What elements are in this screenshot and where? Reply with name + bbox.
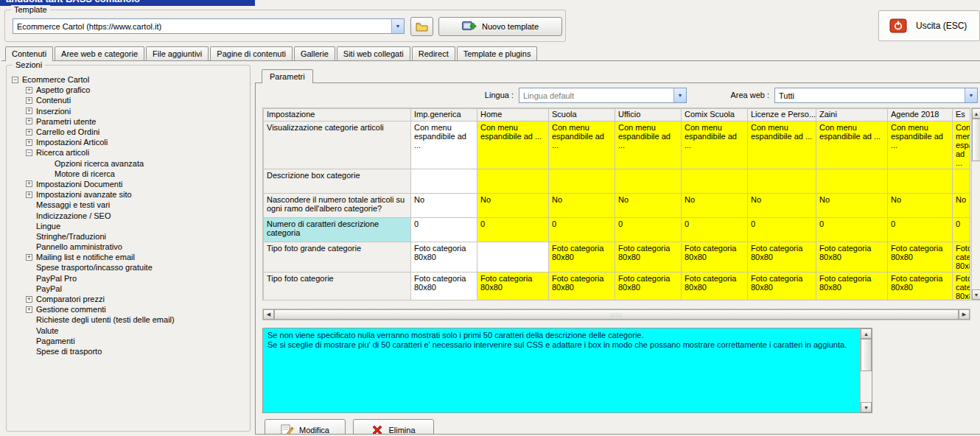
- tree-item[interactable]: Spese trasporto/incasso gratuite: [10, 262, 247, 272]
- param-value-cell[interactable]: No: [888, 194, 953, 218]
- tree-item[interactable]: Pagamenti: [10, 336, 247, 346]
- elimina-button[interactable]: Elimina: [353, 419, 434, 435]
- column-header[interactable]: Imp.generica: [411, 109, 477, 122]
- param-value-cell[interactable]: Con menu espandibile ad ...: [953, 122, 971, 169]
- scroll-left-button[interactable]: ◀: [263, 309, 274, 320]
- tab-parametri[interactable]: Parametri: [262, 69, 313, 83]
- param-value-cell[interactable]: Foto categoria 80x80: [411, 272, 477, 301]
- expand-icon[interactable]: +: [26, 254, 32, 261]
- tree-item[interactable]: −Ricerca articoli: [10, 147, 247, 158]
- template-combobox[interactable]: Ecommerce Cartol (https://www.cartol.it)…: [13, 18, 405, 34]
- param-value-cell[interactable]: 0: [953, 218, 971, 242]
- modifica-button[interactable]: Modifica: [265, 419, 346, 435]
- open-folder-button[interactable]: [410, 17, 433, 36]
- tree-item[interactable]: +Carrello ed Ordini: [10, 127, 247, 137]
- param-value-cell[interactable]: Con menu espandibile ad ...: [411, 122, 477, 169]
- scroll-right-button[interactable]: ▶: [959, 309, 970, 320]
- tree-item[interactable]: +Impostazioni avanzate sito: [10, 189, 247, 200]
- tree-item[interactable]: Richieste degli utenti (testi delle emai…: [10, 314, 247, 325]
- tree-item[interactable]: Stringhe/Traduzioni: [10, 231, 247, 242]
- param-value-cell[interactable]: Con menu espandibile ad ...: [748, 122, 816, 169]
- param-value-cell[interactable]: [953, 169, 971, 194]
- param-value-cell[interactable]: Con menu espandibile ad ...: [477, 122, 549, 169]
- param-value-cell[interactable]: Con menu espandibile ad ...: [615, 122, 682, 169]
- param-row-label[interactable]: Nascondere il numero totale articoli su …: [264, 194, 411, 218]
- param-value-cell[interactable]: Foto categoria 80x80: [549, 242, 615, 272]
- param-value-cell[interactable]: Foto categoria 80x80: [953, 272, 971, 301]
- param-value-cell[interactable]: No: [411, 194, 477, 218]
- param-value-cell[interactable]: 0: [615, 218, 682, 242]
- param-value-cell[interactable]: Foto categoria 80x80: [615, 242, 682, 272]
- tab-siti-web-collegati[interactable]: Siti web collegati: [337, 46, 410, 60]
- param-value-cell[interactable]: Foto categoria 80x80: [682, 242, 748, 272]
- param-value-cell[interactable]: No: [549, 194, 615, 218]
- param-value-cell[interactable]: Foto categoria 80x80: [888, 242, 953, 272]
- tab-aree-web-e-categorie[interactable]: Aree web e categorie: [55, 46, 144, 60]
- tree-item[interactable]: +Impostazioni Documenti: [10, 179, 247, 189]
- scroll-down-button[interactable]: ▼: [861, 402, 872, 412]
- tree-item[interactable]: Lingue: [10, 221, 247, 231]
- tab-redirect[interactable]: Redirect: [412, 46, 455, 60]
- param-value-cell[interactable]: 0: [888, 218, 953, 242]
- param-value-cell[interactable]: Con menu espandibile ad ...: [888, 122, 953, 169]
- expand-icon[interactable]: +: [26, 129, 32, 136]
- expand-icon[interactable]: +: [26, 108, 32, 114]
- tree-item[interactable]: Indicizzazione / SEO: [10, 210, 247, 220]
- param-row-label[interactable]: Tipo foto categorie: [264, 272, 411, 301]
- scroll-up-button[interactable]: ▲: [972, 108, 980, 119]
- param-value-cell[interactable]: 0: [411, 218, 477, 242]
- tree-item[interactable]: +Aspetto grafico: [10, 85, 247, 95]
- scroll-up-button[interactable]: ▲: [861, 328, 872, 339]
- expand-icon[interactable]: +: [26, 139, 32, 146]
- tree-item[interactable]: PayPal: [10, 284, 247, 294]
- expand-icon[interactable]: +: [26, 306, 32, 313]
- param-value-cell[interactable]: [888, 169, 953, 194]
- help-vertical-scrollbar[interactable]: ▲ ▼: [860, 328, 872, 412]
- expand-icon[interactable]: +: [26, 296, 32, 303]
- expand-icon[interactable]: +: [26, 180, 32, 187]
- param-row-label[interactable]: Descrizione box categorie: [264, 169, 411, 194]
- param-row-label[interactable]: Numero di caratteri descrizione categori…: [264, 218, 411, 242]
- scroll-down-button[interactable]: ▼: [972, 289, 980, 300]
- column-header[interactable]: Zaini: [816, 109, 888, 122]
- param-value-cell[interactable]: Foto categoria 80x80: [888, 272, 953, 301]
- tab-gallerie[interactable]: Gallerie: [294, 46, 335, 60]
- param-value-cell[interactable]: No: [615, 194, 682, 218]
- scrollbar-thumb[interactable]: :::::: [274, 309, 959, 320]
- param-value-cell[interactable]: Con menu espandibile ad ...: [816, 122, 888, 169]
- param-value-cell[interactable]: [748, 169, 816, 194]
- param-value-cell[interactable]: 0: [682, 218, 748, 242]
- param-row-label[interactable]: Tipo foto grande categorie: [264, 242, 411, 272]
- param-value-cell[interactable]: [816, 169, 888, 194]
- param-value-cell[interactable]: No: [682, 194, 748, 218]
- param-value-cell[interactable]: Foto categoria 80x80: [748, 242, 816, 272]
- chevron-down-icon[interactable]: ▼: [965, 88, 977, 102]
- param-value-cell[interactable]: Foto categoria 80x80: [682, 272, 748, 301]
- param-value-cell[interactable]: 0: [549, 218, 615, 242]
- expand-icon[interactable]: +: [26, 87, 32, 94]
- param-value-cell[interactable]: Foto categoria 80x80: [748, 272, 816, 301]
- tab-contenuti[interactable]: Contenuti: [5, 46, 53, 61]
- param-value-cell[interactable]: [615, 169, 682, 194]
- column-header[interactable]: Comix Scuola: [682, 109, 748, 122]
- nuovo-template-button[interactable]: Nuovo template: [438, 17, 562, 36]
- area-web-combobox[interactable]: Tutti ▼: [774, 88, 978, 103]
- column-header[interactable]: Agende 2018: [888, 109, 953, 122]
- param-value-cell[interactable]: [477, 242, 549, 272]
- param-value-cell[interactable]: Foto categoria 80x80: [549, 272, 615, 301]
- param-value-cell[interactable]: No: [748, 194, 816, 218]
- column-header[interactable]: Home: [477, 109, 549, 122]
- tree-item[interactable]: −Ecommerce Cartol: [10, 74, 247, 85]
- collapse-icon[interactable]: −: [26, 150, 32, 156]
- param-value-cell[interactable]: Foto categoria 80x80: [953, 242, 971, 272]
- uscita-button[interactable]: Uscita (ESC): [878, 10, 980, 41]
- tree-item[interactable]: +Impostazioni Articoli: [10, 137, 247, 147]
- column-header[interactable]: Scuola: [549, 109, 615, 122]
- tree-item[interactable]: +Parametri utente: [10, 116, 247, 127]
- expand-icon[interactable]: +: [26, 118, 32, 124]
- collapse-icon[interactable]: −: [12, 77, 18, 83]
- param-value-cell[interactable]: No: [477, 194, 549, 218]
- tab-pagine-di-contenuti[interactable]: Pagine di contenuti: [210, 46, 293, 60]
- table-horizontal-scrollbar[interactable]: ◀ ::::: ▶: [262, 309, 970, 320]
- param-value-cell[interactable]: No: [953, 194, 971, 218]
